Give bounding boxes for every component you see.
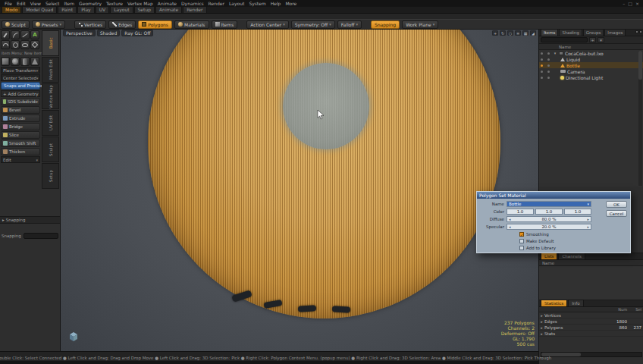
sculpt-button[interactable]: Sculpt <box>2 20 30 29</box>
tool-extrude[interactable]: Extrude <box>1 115 40 122</box>
render-flag-icon[interactable] <box>547 58 550 61</box>
visibility-icon[interactable] <box>541 71 543 73</box>
mode-vertices-button[interactable]: Vertices <box>74 20 106 29</box>
cube-primitive-icon[interactable] <box>1 57 10 66</box>
mode-materials-button[interactable]: Materials <box>174 20 209 29</box>
tab-groups[interactable]: Groups <box>583 29 604 36</box>
mode-items-button[interactable]: Items <box>212 20 238 29</box>
checkbox-unchecked-icon[interactable] <box>519 239 524 243</box>
curve-tool-icon[interactable] <box>11 30 20 39</box>
ellipse-tool-icon[interactable] <box>20 40 30 49</box>
stat-row-vertices[interactable]: ▸ Vertices <box>539 312 643 318</box>
workspace-tab-animate[interactable]: Animate <box>155 6 182 13</box>
tool-slice[interactable]: Slice <box>1 131 40 139</box>
mini-slider-right-icon[interactable]: ▸ <box>587 217 589 221</box>
tree-scrollbar[interactable] <box>638 51 642 186</box>
visibility-icon[interactable] <box>541 77 543 79</box>
make-default-checkbox-row[interactable]: Make Default <box>519 239 554 243</box>
mini-slider-left-icon[interactable]: ◂ <box>509 217 511 221</box>
tab-images[interactable]: Images <box>604 29 626 36</box>
workspace-tab-model-quad[interactable]: Model Quad <box>22 6 57 13</box>
grid-toggle-icon[interactable]: ▦ <box>522 30 529 36</box>
stat-row-stats[interactable]: ▸ Stats <box>539 331 643 337</box>
filter-input[interactable] <box>541 37 588 42</box>
add-to-library-checkbox-row[interactable]: Add to Library <box>519 246 556 250</box>
color-g-input[interactable]: 1.0 <box>535 209 563 215</box>
pan-view-icon[interactable]: + <box>492 30 498 36</box>
viewport-menu-icon[interactable]: ≡ <box>515 30 521 36</box>
window-maximize-icon[interactable]: □ <box>626 1 634 6</box>
symmetry-dropdown[interactable]: Symmetry: Off ▾ <box>291 20 335 29</box>
checkbox-unchecked-icon[interactable] <box>519 246 524 250</box>
text-tool-icon[interactable]: A <box>30 30 39 39</box>
tool-smooth-shift[interactable]: Smooth Shift <box>1 140 40 147</box>
add-item-icon[interactable]: + <box>589 37 596 42</box>
toolbox-tab-setup[interactable]: Setup <box>42 163 59 189</box>
circle-tool-icon[interactable] <box>11 40 20 49</box>
falloff-dropdown[interactable]: Falloff ▾ <box>337 20 362 29</box>
window-minimize-icon[interactable]: – <box>621 1 626 6</box>
viewport-3d[interactable]: Perspective Shaded Ray GL: Off + ↻ ○ ≡ ▦… <box>61 30 538 351</box>
workspace-tab-play[interactable]: Play <box>77 6 95 13</box>
menu-item-system[interactable]: System <box>246 0 268 7</box>
work-plane-dropdown[interactable]: Work Plane ▾ <box>402 20 438 29</box>
mini-slider-left-icon[interactable]: ◂ <box>509 224 511 229</box>
render-flag-icon[interactable] <box>547 77 550 79</box>
render-flag-icon[interactable] <box>547 64 550 67</box>
menu-item-more[interactable]: More <box>283 0 299 7</box>
checkbox-checked-icon[interactable]: ✓ <box>519 232 524 237</box>
window-close-icon[interactable]: × <box>634 1 641 6</box>
bottle-center-dome[interactable] <box>283 63 369 149</box>
tool-bridge[interactable]: Bridge <box>1 123 40 130</box>
mini-slider-right-icon[interactable]: ▸ <box>587 224 589 229</box>
rotate-view-icon[interactable]: ↻ <box>500 30 506 36</box>
render-flag-icon[interactable] <box>547 71 550 73</box>
menu-item-render[interactable]: Render <box>206 0 227 7</box>
render-flag-icon[interactable] <box>547 52 550 55</box>
panel-options-icon[interactable] <box>639 30 642 33</box>
color-r-input[interactable]: 1.0 <box>507 209 534 215</box>
tree-row-camera[interactable]: Camera <box>539 68 643 74</box>
specular-input[interactable]: ◂ 20.0 % ▸ <box>507 224 591 230</box>
visibility-icon[interactable] <box>541 58 543 61</box>
shade-mode-dropdown[interactable]: Shaded <box>97 30 121 36</box>
visibility-icon[interactable] <box>541 52 543 55</box>
workspace-tab-render[interactable]: Render <box>183 6 206 13</box>
sphere-primitive-icon[interactable] <box>11 57 20 66</box>
menu-item-help[interactable]: Help <box>268 0 284 7</box>
workspace-tab-setup[interactable]: Setup <box>134 6 155 13</box>
add-geometry-row[interactable]: + Add Geometry <box>1 90 40 97</box>
tab-statistics[interactable]: Statistics <box>541 300 567 306</box>
mode-edges-button[interactable]: Edges <box>108 20 136 29</box>
tab-items[interactable]: Items <box>541 29 558 36</box>
zoom-view-icon[interactable]: ○ <box>507 30 513 36</box>
panel-horizontal-scrollbar[interactable] <box>541 352 642 357</box>
smoothing-checkbox-row[interactable]: ✓ Smoothing <box>519 232 549 237</box>
tab-lists[interactable]: Lists <box>541 253 557 259</box>
workspace-tab-uv[interactable]: UV <box>96 6 110 13</box>
tree-row-bottle[interactable]: Bottle <box>539 62 643 68</box>
diffuse-input[interactable]: ◂ 80.0 % ▸ <box>507 216 591 222</box>
list-options-icon[interactable]: ▾ <box>598 37 604 42</box>
toolbox-tab-basic[interactable]: Basic <box>42 30 59 56</box>
expand-arrow-icon[interactable]: ▾ <box>553 51 557 55</box>
ok-button[interactable]: OK <box>606 201 627 208</box>
edit-dropdown[interactable]: Edit ▾ <box>1 156 40 163</box>
arc-tool-icon[interactable] <box>1 40 10 49</box>
toolbox-tab-sculpt[interactable]: Sculpt <box>42 136 59 162</box>
action-center-dropdown[interactable]: Action Center ▾ <box>246 20 288 29</box>
stat-row-edges[interactable]: ▸ Edges 1800 <box>539 318 643 325</box>
polygon-tool-icon[interactable] <box>30 40 39 49</box>
tab-channels[interactable]: Channels <box>558 253 585 259</box>
workspace-tab-paint[interactable]: Paint <box>58 6 77 13</box>
snapping-mode-field[interactable] <box>24 233 58 239</box>
toolbox-tab-vertex-map[interactable]: Vertex Map <box>42 83 59 109</box>
tool-sds-subdivide[interactable]: SDS Subdivide <box>1 98 40 105</box>
workspace-tab-modo[interactable]: Modo <box>2 6 21 13</box>
material-name-input[interactable]: Bottle ▾ <box>507 201 591 207</box>
place-transform-dropdown[interactable]: Place Transform ▾ <box>1 67 40 74</box>
tree-row-directional-light[interactable]: Directional Light <box>539 74 643 80</box>
mode-polygons-button[interactable]: Polygons <box>138 20 172 29</box>
cone-primitive-icon[interactable] <box>30 57 39 66</box>
view-mode-dropdown[interactable]: Perspective <box>63 30 96 36</box>
